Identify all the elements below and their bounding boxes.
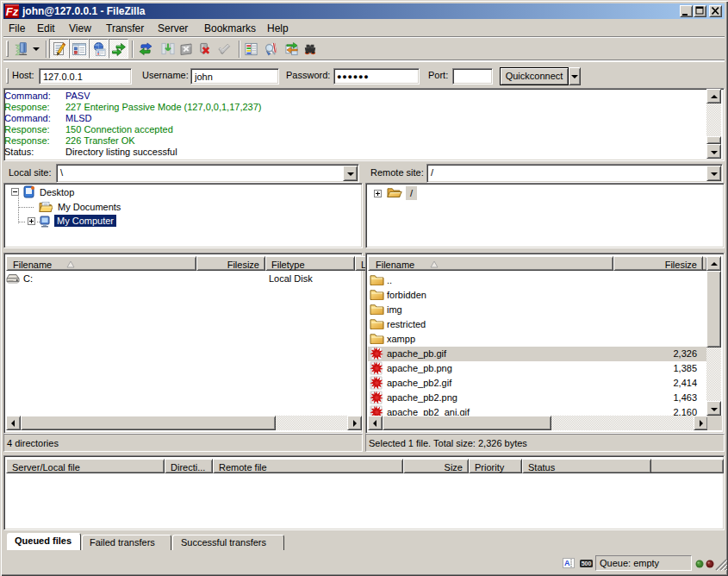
svg-text:Fz: Fz <box>6 5 19 18</box>
svg-text:A: A <box>564 559 570 567</box>
svg-text:500: 500 <box>582 560 592 567</box>
